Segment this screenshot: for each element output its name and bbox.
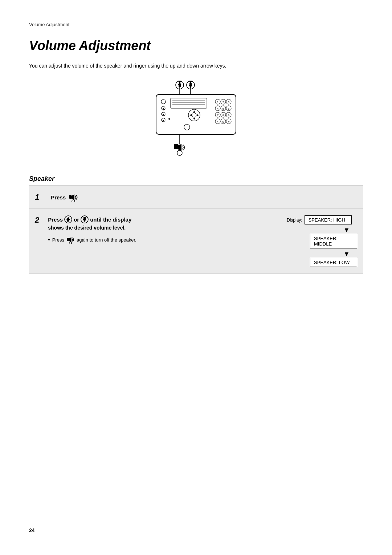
step-1-content: Press <box>51 193 357 202</box>
svg-rect-54 <box>179 85 181 87</box>
svg-point-47 <box>184 124 190 130</box>
page-number: 24 <box>29 527 35 533</box>
step-1-press-label: Press <box>51 194 66 200</box>
display-stack: Display: SPEAKER: HIGH ▼ SPEAKER: MIDDLE… <box>287 215 357 267</box>
svg-point-51 <box>177 150 182 155</box>
section-speaker-title: Speaker <box>29 175 363 183</box>
svg-text:3: 3 <box>228 101 230 104</box>
device-diagram: 1 2 3 4 5 6 7 8 9 * 0 # <box>29 81 363 161</box>
svg-marker-62 <box>66 217 70 220</box>
svg-marker-44 <box>189 114 192 116</box>
svg-marker-42 <box>193 110 195 113</box>
svg-point-60 <box>72 200 75 202</box>
svg-text:5: 5 <box>222 107 224 110</box>
up-arrow-icon <box>64 215 72 223</box>
svg-marker-43 <box>193 118 195 120</box>
steps-table: 1 Press <box>29 186 363 274</box>
svg-text:7: 7 <box>217 114 219 117</box>
step-2-or-label: or <box>74 216 79 223</box>
svg-marker-59 <box>72 194 74 200</box>
svg-rect-49 <box>174 144 178 149</box>
down-arrow-icon <box>81 215 89 223</box>
section-speaker: Speaker 1 Press <box>29 175 363 274</box>
svg-text:8: 8 <box>222 114 224 117</box>
arrow-down-1: ▼ <box>287 226 357 234</box>
svg-text:6: 6 <box>228 107 230 110</box>
svg-text:2: 2 <box>222 101 224 104</box>
svg-point-41 <box>192 113 196 117</box>
svg-marker-56 <box>189 85 192 88</box>
step-2-number: 2 <box>35 210 39 224</box>
svg-text:*: * <box>217 120 218 123</box>
step-2-sub: shows the desired volume level. <box>48 225 275 231</box>
svg-text:4: 4 <box>217 107 219 110</box>
intro-text: You can adjust the volume of the speaker… <box>29 62 254 70</box>
bullet-dot: • <box>48 236 50 243</box>
step-2-press-label: Press <box>48 216 63 223</box>
speaker-icon-small <box>66 236 74 244</box>
step-row-1: 1 Press <box>29 186 363 209</box>
svg-rect-12 <box>171 98 207 108</box>
svg-marker-50 <box>178 144 181 151</box>
breadcrumb: Volume Adjustment <box>29 22 363 27</box>
svg-point-7 <box>163 108 164 110</box>
svg-point-69 <box>69 242 72 244</box>
svg-point-9 <box>163 114 164 116</box>
device-diagram-svg: 1 2 3 4 5 6 7 8 9 * 0 # <box>127 81 265 157</box>
svg-point-5 <box>161 100 166 104</box>
bullet-press-label: Press <box>52 237 64 243</box>
svg-text:1: 1 <box>217 101 219 104</box>
svg-rect-57 <box>189 83 192 85</box>
step-2-bullet: • Press again to turn off the speaker. <box>48 236 275 244</box>
step-row-2: 2 Press or <box>29 209 363 274</box>
svg-point-11 <box>163 120 164 121</box>
svg-text:#: # <box>228 120 230 123</box>
arrow-down-2: ▼ <box>287 250 357 258</box>
step-2-main: Press or <box>48 215 275 223</box>
svg-rect-67 <box>67 238 69 241</box>
display-box-high: SPEAKER: HIGH <box>305 215 352 224</box>
page-title: Volume Adjustment <box>29 38 363 53</box>
svg-text:◄: ◄ <box>167 117 171 121</box>
svg-marker-53 <box>178 82 181 85</box>
svg-rect-63 <box>67 220 69 222</box>
svg-text:9: 9 <box>228 114 230 117</box>
svg-marker-45 <box>197 114 199 116</box>
bullet-again-label: again to turn off the speaker. <box>77 237 136 243</box>
step-1-number: 1 <box>35 187 39 202</box>
svg-rect-66 <box>83 217 86 219</box>
page-container: Volume Adjustment Volume Adjustment You … <box>0 0 392 555</box>
svg-text:0: 0 <box>222 120 224 123</box>
svg-marker-68 <box>69 237 72 242</box>
speaker-icon <box>69 193 78 202</box>
svg-rect-58 <box>69 195 72 199</box>
display-box-low: SPEAKER: LOW <box>310 258 357 267</box>
step-2-until-label: until the display <box>90 216 131 223</box>
display-label: Display: <box>287 218 302 223</box>
display-box-middle: SPEAKER: MIDDLE <box>310 234 357 248</box>
svg-marker-65 <box>83 219 86 222</box>
